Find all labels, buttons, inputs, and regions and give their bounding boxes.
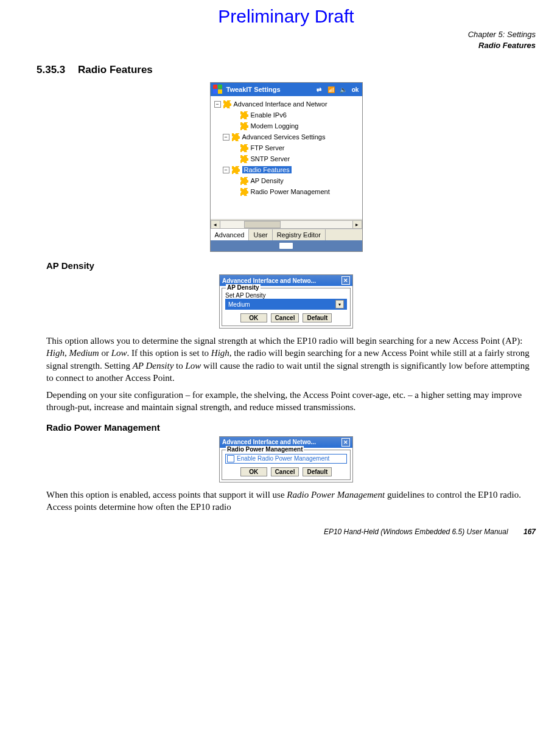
tree-item[interactable]: −Advanced Services Settings [223, 131, 361, 142]
sip-bar [211, 240, 362, 251]
text: This option allows you to determine the … [46, 336, 522, 346]
gear-icon [232, 133, 240, 141]
dropdown-value: Medium [228, 301, 250, 308]
button-row: OK Cancel Default [225, 313, 347, 322]
dialog-title: Advanced Interface and Netwo... [222, 277, 316, 284]
radio-power-dialog: Advanced Interface and Netwo... ✕ Radio … [219, 436, 353, 482]
sync-icon[interactable]: ⇄ [315, 85, 323, 94]
tree-label: AP Density [251, 177, 284, 184]
tab-user[interactable]: User [249, 229, 272, 240]
speaker-icon[interactable]: 🔈 [339, 85, 348, 94]
tree-item-selected[interactable]: −Radio Features [223, 164, 361, 175]
groupbox-legend: AP Density [226, 284, 261, 291]
chapter-header: Chapter 5: Settings Radio Features [37, 29, 536, 51]
tree-label: Radio Features [242, 166, 292, 173]
cancel-button[interactable]: Cancel [271, 467, 299, 476]
windows-logo-icon[interactable] [213, 85, 223, 94]
collapse-icon[interactable]: − [214, 101, 221, 108]
text: to [173, 361, 185, 371]
tab-registry-editor[interactable]: Registry Editor [273, 229, 326, 240]
groupbox-legend: Radio Power Management [226, 446, 304, 453]
default-button[interactable]: Default [303, 313, 332, 322]
figure-ap-density: Advanced Interface and Netwo... ✕ AP Den… [37, 274, 536, 329]
footer-text: EP10 Hand-Held (Windows Embedded 6.5) Us… [324, 528, 508, 536]
tree-item[interactable]: SNTP Server [231, 153, 361, 164]
close-icon[interactable]: ✕ [341, 276, 350, 285]
button-row: OK Cancel Default [225, 467, 347, 476]
gear-icon [223, 100, 231, 108]
tree-label: FTP Server [251, 144, 285, 152]
groupbox-radio-power: Radio Power Management Enable Radio Powe… [222, 450, 351, 480]
tweakit-window: TweakIT Settings ⇄ 📶 🔈 ok −Advanced Inte… [210, 82, 363, 252]
subheading-radio-power: Radio Power Management [46, 422, 536, 433]
emphasis: High [211, 348, 229, 358]
emphasis: Low [111, 348, 127, 358]
ok-button[interactable]: OK [240, 313, 267, 322]
text: When this option is enabled, access poin… [46, 490, 287, 500]
checkbox[interactable] [227, 455, 234, 462]
tree-item[interactable]: Modem Logging [231, 120, 361, 131]
page-footer: EP10 Hand-Held (Windows Embedded 6.5) Us… [37, 528, 536, 536]
enable-radio-power-row[interactable]: Enable Radio Power Management [225, 454, 347, 464]
scroll-track[interactable] [220, 220, 352, 229]
paragraph-radio-power: When this option is enabled, access poin… [46, 489, 536, 514]
horizontal-scrollbar[interactable]: ◂ ▸ [211, 219, 362, 229]
tree-label: Advanced Interface and Networ [234, 100, 327, 108]
section-title: Radio Features [78, 64, 153, 75]
tree-item[interactable]: Radio Power Management [231, 186, 361, 197]
tree-pane: −Advanced Interface and Networ Enable IP… [211, 96, 362, 219]
chevron-down-icon[interactable]: ▾ [335, 300, 344, 308]
gear-icon [240, 155, 248, 163]
collapse-icon[interactable]: − [223, 134, 229, 141]
section-heading: 5.35.3 Radio Features [37, 64, 536, 76]
titlebar: TweakIT Settings ⇄ 📶 🔈 ok [211, 83, 362, 96]
ok-button[interactable]: OK [240, 467, 267, 476]
emphasis: High [46, 348, 65, 358]
gear-icon [240, 122, 248, 130]
tree-label: Enable IPv6 [251, 111, 287, 119]
set-ap-density-label: Set AP Density [225, 292, 347, 299]
emphasis: Medium [69, 348, 99, 358]
watermark: Preliminary Draft [37, 6, 536, 27]
gear-icon [240, 111, 248, 119]
scroll-right-icon[interactable]: ▸ [352, 220, 362, 229]
tree-label: Advanced Services Settings [242, 133, 326, 141]
tree-item[interactable]: −Advanced Interface and Networ [214, 99, 361, 110]
tree-item[interactable]: Enable IPv6 [231, 110, 361, 120]
checkbox-label: Enable Radio Power Management [237, 455, 329, 462]
ok-button[interactable]: ok [351, 85, 360, 94]
close-icon[interactable]: ✕ [341, 438, 350, 447]
paragraph-ap-density-1: This option allows you to determine the … [46, 335, 536, 384]
default-button[interactable]: Default [303, 467, 332, 476]
ap-density-dropdown[interactable]: Medium ▾ [225, 299, 347, 310]
tree-label: SNTP Server [251, 155, 290, 162]
page: Preliminary Draft Chapter 5: Settings Ra… [0, 0, 560, 554]
tab-advanced[interactable]: Advanced [211, 229, 250, 240]
emphasis: Radio Power Management [287, 490, 385, 500]
collapse-icon[interactable]: − [223, 167, 229, 173]
tree-label: Radio Power Management [251, 188, 330, 195]
scroll-left-icon[interactable]: ◂ [211, 220, 220, 229]
tree-item[interactable]: AP Density [231, 175, 361, 186]
cancel-button[interactable]: Cancel [271, 313, 299, 322]
subheading-ap-density: AP Density [46, 260, 536, 271]
window-title: TweakIT Settings [226, 86, 281, 93]
signal-icon[interactable]: 📶 [327, 85, 335, 94]
figure-tweakit: TweakIT Settings ⇄ 📶 🔈 ok −Advanced Inte… [37, 82, 536, 252]
chapter-line-2: Radio Features [37, 40, 536, 51]
ap-density-dialog: Advanced Interface and Netwo... ✕ AP Den… [219, 274, 353, 329]
dialog-title: Advanced Interface and Netwo... [222, 439, 316, 445]
keyboard-icon[interactable] [279, 243, 293, 249]
section-number: 5.35.3 [37, 64, 65, 75]
tab-strip: Advanced User Registry Editor [211, 229, 362, 240]
emphasis: Low [185, 361, 201, 371]
text: or [99, 348, 111, 358]
figure-radio-power: Advanced Interface and Netwo... ✕ Radio … [37, 436, 536, 482]
chapter-line-1: Chapter 5: Settings [37, 29, 536, 40]
groupbox-ap-density: AP Density Set AP Density Medium ▾ OK Ca… [222, 288, 351, 326]
gear-icon [240, 188, 248, 196]
scroll-thumb[interactable] [244, 221, 281, 228]
tree-item[interactable]: FTP Server [231, 142, 361, 153]
settings-tree: −Advanced Interface and Networ Enable IP… [212, 99, 361, 197]
paragraph-ap-density-2: Depending on your site configuration – f… [46, 389, 536, 414]
